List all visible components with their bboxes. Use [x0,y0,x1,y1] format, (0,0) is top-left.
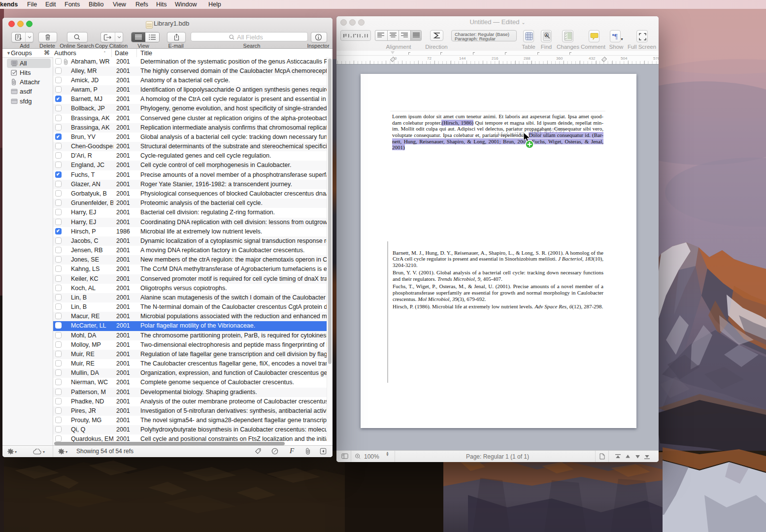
svg-text:A: A [545,33,548,37]
svg-text:¶: ¶ [614,33,618,40]
